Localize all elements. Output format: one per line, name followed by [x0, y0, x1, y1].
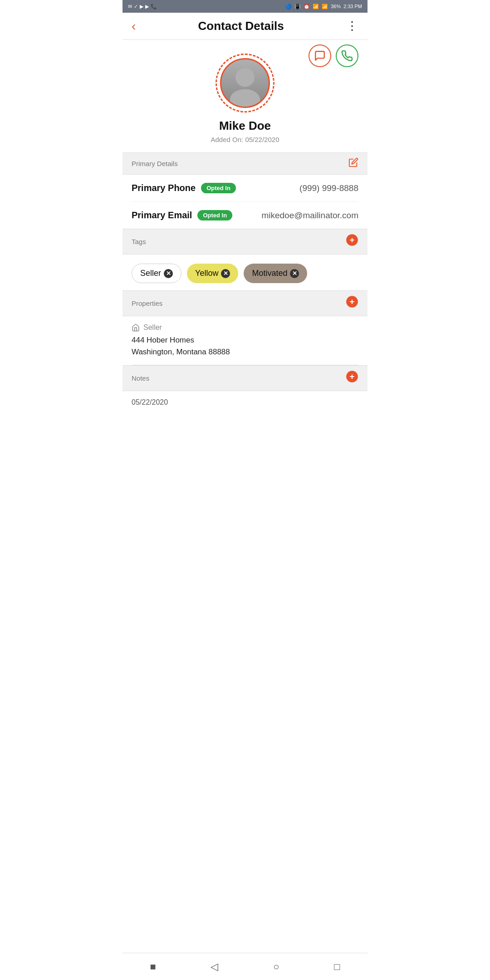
tag-motivated-remove[interactable]: ✕ — [290, 269, 299, 278]
property-address-line2: Washington, Montana 88888 — [132, 346, 358, 358]
chat-button[interactable] — [309, 44, 331, 67]
bluetooth-icon: 🔵 — [285, 4, 292, 10]
add-note-button[interactable]: + — [346, 370, 358, 386]
youtube-icon: ▶ — [140, 4, 143, 10]
contact-added-date: Added On: 05/22/2020 — [211, 136, 279, 143]
contact-name: Mike Doe — [219, 119, 271, 133]
phone-icon: 📞 — [151, 4, 157, 10]
property-type-label: Seller — [143, 323, 162, 332]
svg-point-0 — [235, 68, 255, 87]
back-button[interactable]: ‹ — [132, 20, 136, 33]
tags-header: Tags + — [122, 229, 368, 255]
add-property-button[interactable]: + — [346, 295, 358, 311]
alarm-icon: ⏰ — [304, 4, 310, 10]
properties-section: Seller 444 Hober Homes Washington, Monta… — [122, 316, 368, 365]
primary-details-label: Primary Details — [132, 160, 178, 167]
primary-phone-value[interactable]: (999) 999-8888 — [299, 183, 358, 193]
tag-yellow[interactable]: Yellow ✕ — [187, 264, 238, 283]
tag-yellow-remove[interactable]: ✕ — [221, 269, 230, 278]
top-nav: ‹ Contact Details ⋮ — [122, 13, 368, 40]
signal-icon: 📶 — [322, 4, 328, 10]
primary-email-value[interactable]: mikedoe@mailinator.com — [261, 211, 358, 220]
add-tag-button[interactable]: + — [346, 234, 358, 250]
primary-email-label: Primary Email — [132, 210, 192, 220]
svg-text:+: + — [350, 235, 355, 245]
primary-details-section: Primary Phone Opted In (999) 999-8888 Pr… — [122, 175, 368, 229]
tag-motivated[interactable]: Motivated ✕ — [244, 264, 307, 283]
wifi-icon: 📶 — [313, 4, 319, 10]
tags-label: Tags — [132, 238, 146, 245]
tag-yellow-label: Yellow — [195, 269, 218, 278]
tag-seller-remove[interactable]: ✕ — [164, 269, 173, 278]
tags-container: Seller ✕ Yellow ✕ Motivated ✕ — [132, 264, 358, 283]
profile-section: Mike Doe Added On: 05/22/2020 — [122, 40, 368, 152]
tag-motivated-label: Motivated — [252, 269, 287, 278]
property-item: Seller 444 Hober Homes Washington, Monta… — [132, 323, 358, 358]
status-right: 🔵 📳 ⏰ 📶 📶 36% 2:33 PM — [285, 4, 362, 10]
property-address: 444 Hober Homes Washington, Montana 8888… — [132, 334, 358, 358]
property-type: Seller — [132, 323, 358, 332]
svg-text:+: + — [350, 297, 355, 306]
primary-phone-label: Primary Phone — [132, 183, 196, 193]
edit-primary-button[interactable] — [348, 157, 358, 170]
notes-label: Notes — [132, 374, 149, 382]
primary-email-row: Primary Email Opted In mikedoe@mailinato… — [132, 202, 358, 229]
property-address-line1: 444 Hober Homes — [132, 334, 358, 346]
time-text: 2:33 PM — [343, 4, 362, 9]
vibrate-icon: 📳 — [294, 4, 301, 10]
menu-button[interactable]: ⋮ — [346, 19, 358, 33]
status-bar: ✉ ✓ ▶ ▶ 📞 🔵 📳 ⏰ 📶 📶 36% 2:33 PM — [122, 0, 368, 13]
check-icon: ✓ — [134, 4, 138, 10]
svg-point-1 — [230, 89, 260, 107]
mail-icon: ✉ — [128, 4, 132, 10]
email-opted-in-badge: Opted In — [197, 210, 232, 220]
status-icons: ✉ ✓ ▶ ▶ 📞 — [128, 4, 157, 10]
notes-header: Notes + — [122, 365, 368, 391]
note-date: 05/22/2020 — [132, 398, 358, 407]
call-button[interactable] — [336, 44, 358, 67]
tag-seller-label: Seller — [140, 269, 161, 278]
properties-header: Properties + — [122, 290, 368, 316]
phone-opted-in-badge: Opted In — [201, 183, 236, 193]
primary-phone-row: Primary Phone Opted In (999) 999-8888 — [132, 175, 358, 202]
primary-email-left: Primary Email Opted In — [132, 210, 232, 220]
primary-details-header: Primary Details — [122, 152, 368, 175]
tags-section: Seller ✕ Yellow ✕ Motivated ✕ — [122, 255, 368, 290]
tag-seller[interactable]: Seller ✕ — [132, 264, 181, 283]
avatar — [220, 58, 270, 108]
battery-text: 36% — [331, 4, 341, 9]
action-icons — [309, 44, 358, 67]
page-title: Contact Details — [198, 19, 284, 33]
properties-label: Properties — [132, 299, 162, 307]
notes-section: 05/22/2020 — [122, 391, 368, 414]
svg-text:+: + — [350, 372, 355, 381]
primary-phone-left: Primary Phone Opted In — [132, 183, 236, 193]
youtube2-icon: ▶ — [145, 4, 149, 10]
avatar-container — [216, 54, 274, 113]
